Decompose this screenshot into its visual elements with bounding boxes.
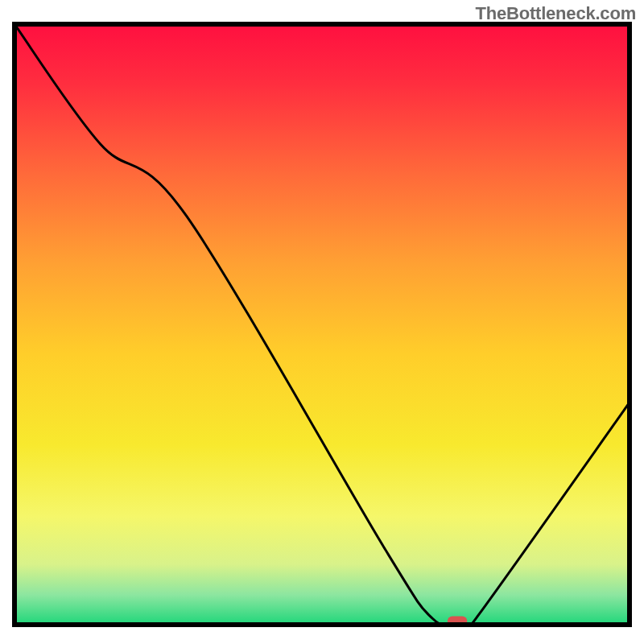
bottleneck-chart <box>0 0 644 644</box>
